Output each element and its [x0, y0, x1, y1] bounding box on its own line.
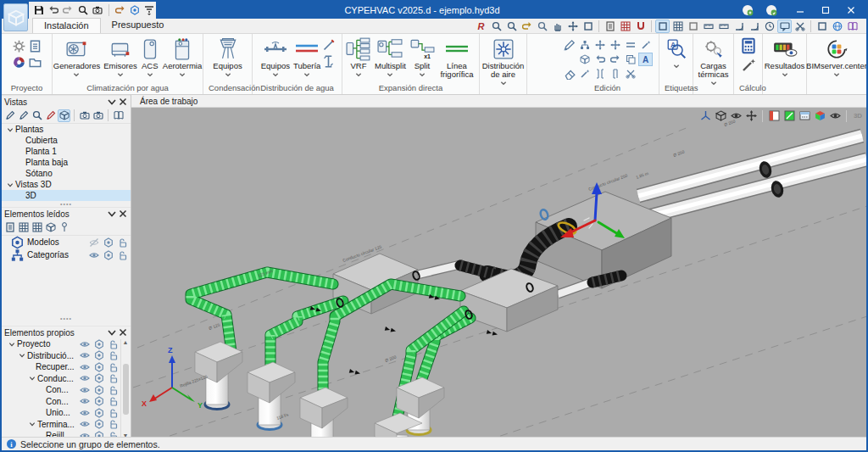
visibility-icon[interactable] — [80, 408, 90, 418]
zoom-previous-icon[interactable]: R — [474, 20, 488, 33]
axes-icon[interactable] — [698, 109, 712, 122]
magic-wand-icon[interactable] — [740, 58, 757, 73]
panel-splitter[interactable]: •••• — [2, 315, 131, 321]
edit-move-icon[interactable] — [608, 38, 622, 52]
snap-points-icon[interactable] — [686, 20, 700, 33]
lock-open-icon[interactable] — [108, 362, 119, 372]
anaglyph-3d-icon[interactable]: 3D — [851, 109, 865, 122]
visibility-icon[interactable] — [80, 339, 90, 349]
tab-area-de-trabajo[interactable]: Área de trabajo — [131, 96, 206, 107]
snap-config-icon[interactable] — [94, 385, 104, 395]
project-settings-icon[interactable] — [12, 39, 26, 53]
edit-nodes-icon[interactable] — [577, 38, 592, 52]
palette-icon[interactable] — [128, 3, 141, 17]
edit-arc-icon[interactable] — [608, 53, 622, 66]
minimize-button[interactable] — [788, 3, 812, 18]
tree-item-proyecto[interactable]: Proyecto — [2, 338, 131, 350]
tuberia-button[interactable]: Tubería — [292, 36, 322, 79]
split-button[interactable]: x1 Split — [408, 36, 437, 79]
pipe-paint-icon[interactable] — [322, 39, 335, 52]
section-box-icon[interactable] — [767, 109, 781, 122]
edit-pencil-icon[interactable] — [562, 38, 576, 52]
snap-config-icon[interactable] — [94, 419, 104, 429]
clock-icon[interactable] — [762, 20, 776, 33]
undo-icon[interactable] — [47, 3, 59, 17]
split-window-icon[interactable] — [815, 20, 829, 33]
grid-icon[interactable] — [670, 20, 685, 33]
web-icon[interactable] — [830, 20, 844, 33]
model-cube-icon[interactable] — [44, 221, 57, 234]
panel-close-icon[interactable] — [117, 97, 128, 107]
tree-item-terminales[interactable]: Termina... — [2, 419, 131, 431]
filter-menu-icon[interactable] — [143, 3, 156, 17]
cursor-window-icon[interactable] — [581, 20, 595, 33]
lock-open-icon[interactable] — [118, 237, 128, 248]
tab-instalacion[interactable]: Instalación — [32, 18, 101, 33]
lock-open-icon[interactable] — [108, 385, 119, 395]
zoom-search-icon[interactable] — [76, 3, 89, 17]
tree-item-uniones[interactable]: Unio... — [2, 407, 131, 419]
panel-close-icon[interactable] — [117, 327, 128, 338]
pan-3d-icon[interactable] — [744, 109, 758, 122]
edit-eraser-icon[interactable] — [562, 67, 576, 81]
grid-a-icon[interactable] — [17, 221, 30, 234]
measure-window-icon[interactable] — [798, 109, 811, 122]
lock-open-icon[interactable] — [108, 396, 119, 406]
panel-collapse-icon[interactable] — [106, 209, 117, 219]
edit-match-icon[interactable] — [638, 38, 653, 52]
visibility-3d-icon[interactable] — [828, 109, 842, 122]
edit-copy-icon[interactable] — [623, 53, 637, 66]
pin-icon[interactable] — [58, 221, 70, 234]
emisores-button[interactable]: Emisores — [102, 36, 139, 79]
leidos-row-modelos[interactable]: Modelos — [2, 236, 131, 248]
bim-sync-icon[interactable] — [741, 3, 754, 17]
zoom-out-icon[interactable] — [535, 20, 549, 33]
orbit-icon[interactable] — [729, 109, 743, 122]
lock-open-icon[interactable] — [108, 408, 119, 418]
view-delete-icon[interactable] — [44, 109, 57, 122]
visibility-icon[interactable] — [80, 373, 90, 383]
tree-item-distribucion[interactable]: Distribució... — [2, 350, 131, 362]
angle-icon[interactable] — [747, 20, 761, 33]
view-cube-icon[interactable] — [714, 109, 727, 122]
views-book-icon[interactable] — [112, 109, 125, 122]
visibility-off-icon[interactable] — [89, 237, 99, 248]
lock-open-icon[interactable] — [118, 250, 128, 260]
snap-magnet-icon[interactable] — [633, 20, 648, 33]
panel-collapse-icon[interactable] — [106, 97, 117, 107]
measure-icon[interactable] — [716, 20, 731, 33]
view-duplicate-icon[interactable] — [17, 109, 30, 122]
tree-item-planta1[interactable]: Planta 1 — [2, 146, 131, 157]
camera-icon[interactable] — [78, 109, 91, 122]
project-folder-icon[interactable] — [28, 55, 42, 70]
view-3d-icon[interactable] — [58, 109, 70, 122]
edit-offset-icon[interactable] — [623, 38, 637, 52]
snap-config-icon[interactable] — [94, 350, 104, 360]
link-icon[interactable] — [3, 221, 16, 234]
edit-extend-icon[interactable] — [593, 38, 607, 52]
lock-open-icon[interactable] — [108, 339, 119, 349]
equipos-condensacion-button[interactable]: Equipos — [211, 36, 243, 79]
linea-frigorifica-button[interactable]: Línea frigorífica — [437, 36, 477, 80]
edit-split-icon[interactable] — [608, 67, 622, 81]
dxf-template-icon[interactable] — [603, 20, 617, 33]
tree-item-conductos[interactable]: Conduc... — [2, 373, 131, 385]
zoom-all-icon[interactable] — [489, 20, 504, 33]
config-wheel-icon[interactable] — [114, 3, 126, 17]
tree-item-recuperador[interactable]: Recuper... — [2, 361, 131, 373]
snap-config-icon[interactable] — [103, 237, 114, 248]
maximize-button[interactable] — [814, 3, 837, 18]
grid-b-icon[interactable] — [31, 221, 43, 234]
visibility-icon[interactable] — [80, 385, 90, 395]
visibility-icon[interactable] — [80, 419, 90, 429]
resultados-button[interactable]: Resultados — [763, 36, 807, 79]
snap-config-icon[interactable] — [94, 396, 104, 406]
tree-item-sotano[interactable]: Sótano — [2, 168, 131, 179]
view-edit-icon[interactable] — [3, 109, 16, 122]
bimserver-button[interactable]: BIMserver.center — [808, 36, 865, 79]
etiquetas-button[interactable]: A — [664, 36, 689, 70]
acs-button[interactable]: ACS — [139, 36, 161, 79]
help-icon[interactable] — [845, 20, 860, 33]
cut-icon[interactable] — [793, 20, 807, 33]
panel-close-icon[interactable] — [117, 209, 128, 219]
